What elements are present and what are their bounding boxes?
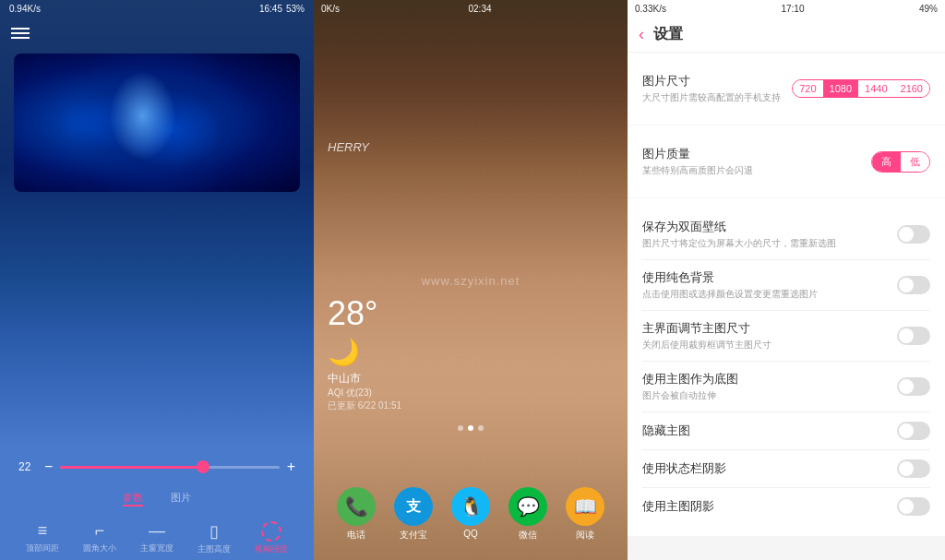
qq-label: QQ — [463, 529, 478, 539]
blur-icon — [261, 521, 281, 542]
wechat-icon: 💬 — [508, 487, 547, 526]
width-icon: — — [149, 521, 165, 541]
width-label: 主窗宽度 — [140, 542, 173, 554]
back-button[interactable]: ‹ — [639, 25, 644, 44]
toggle-settings-group: 保存为双面壁纸 图片尺寸将定位为屏幕大小的尺寸，需重新选图 使用纯色背景 点击使… — [628, 198, 945, 536]
size-1440[interactable]: 1440 — [858, 80, 893, 97]
image-quality-label: 图片质量 — [642, 146, 871, 162]
icon-window-width[interactable]: — 主窗宽度 — [140, 521, 173, 555]
panel1-status-left: 0.94K/s — [9, 4, 41, 14]
slider-track[interactable] — [60, 466, 279, 469]
menu-icon[interactable] — [0, 18, 314, 49]
solid-bg-toggle[interactable] — [897, 276, 930, 294]
hide-main-left: 隐藏主图 — [642, 423, 897, 439]
setting-dual-wallpaper: 保存为双面壁纸 图片尺寸将定位为屏幕大小的尺寸，需重新选图 — [642, 209, 930, 260]
top-margin-label: 顶部间距 — [26, 542, 59, 554]
panel3-signal: 0.33K/s — [635, 4, 666, 14]
setting-adjust-size: 主界面调节主图尺寸 关闭后使用裁剪框调节主图尺寸 — [642, 311, 930, 362]
dual-wallpaper-toggle[interactable] — [897, 225, 930, 244]
page-dot-2 — [468, 425, 473, 431]
main-shadow-left: 使用主图阴影 — [642, 498, 897, 515]
app-alipay[interactable]: 支 支付宝 — [394, 487, 433, 542]
image-quality-row: 图片质量 某些特别高画质图片会闪退 高 低 — [642, 137, 930, 186]
dual-wallpaper-sublabel: 图片尺寸将定位为屏幕大小的尺寸，需重新选图 — [642, 237, 897, 250]
size-1080[interactable]: 1080 — [823, 80, 858, 97]
update-time: 已更新 6/22 01:51 — [328, 399, 401, 412]
phone-icon: 📞 — [337, 487, 376, 526]
city-name: 中山市 — [328, 371, 401, 387]
panel2-homescreen: 0K/s 02:34 www.szyixin.net HERRY 28° 🌙 中… — [314, 0, 628, 560]
panel1-battery: 53% — [286, 4, 305, 14]
panel1-tabs: 参数 图片 — [0, 487, 314, 514]
height-label: 主图高度 — [197, 543, 231, 555]
app-reader[interactable]: 📖 阅读 — [566, 487, 604, 542]
image-size-left: 图片尺寸 大尺寸图片需较高配置的手机支持 — [642, 73, 792, 104]
watermark: www.szyixin.net — [422, 273, 520, 287]
icon-top-margin[interactable]: ≡ 顶部间距 — [26, 521, 59, 555]
dual-wallpaper-label: 保存为双面壁纸 — [642, 219, 897, 235]
solid-bg-label: 使用纯色背景 — [642, 269, 897, 286]
use-as-bg-sublabel: 图片会被自动拉伸 — [642, 389, 897, 402]
herry-text: HERRY — [328, 140, 369, 154]
panel3-battery: 49% — [919, 4, 938, 14]
slider-thumb[interactable] — [197, 460, 209, 473]
setting-image-size: 图片尺寸 大尺寸图片需较高配置的手机支持 720 1080 1440 2160 — [628, 53, 945, 125]
main-shadow-toggle[interactable] — [897, 497, 930, 516]
wallpaper-thumbnail[interactable] — [14, 54, 300, 192]
image-size-label: 图片尺寸 — [642, 73, 792, 89]
phone-label: 电话 — [347, 529, 365, 542]
image-quality-sublabel: 某些特别高画质图片会闪退 — [642, 164, 871, 177]
panel1-wallpaper-editor: 0.94K/s 16:45 53% 22 − + 参数 图片 — [0, 0, 314, 560]
tab-parameters[interactable]: 参数 — [123, 491, 143, 506]
swirl-preview — [14, 54, 300, 192]
slider-plus-button[interactable]: + — [287, 459, 295, 475]
corner-icon: ⌐ — [95, 521, 105, 541]
quality-button-group: 高 低 — [871, 151, 930, 173]
panel1-statusbar: 0.94K/s 16:45 53% — [0, 0, 314, 18]
setting-use-as-bg: 使用主图作为底图 图片会被自动拉伸 — [642, 362, 930, 412]
temperature: 28° — [328, 294, 401, 333]
statusbar-shadow-label: 使用状态栏阴影 — [642, 460, 897, 477]
quality-low[interactable]: 低 — [901, 152, 929, 172]
tab-image[interactable]: 图片 — [171, 491, 191, 506]
settings-content: 图片尺寸 大尺寸图片需较高配置的手机支持 720 1080 1440 2160 … — [628, 53, 945, 560]
app-phone[interactable]: 📞 电话 — [337, 487, 376, 542]
app-wechat[interactable]: 💬 微信 — [508, 487, 547, 542]
hide-main-label: 隐藏主图 — [642, 423, 897, 439]
size-720[interactable]: 720 — [793, 80, 822, 97]
image-size-row: 图片尺寸 大尺寸图片需较高配置的手机支持 720 1080 1440 2160 — [642, 64, 930, 113]
panel1-status-right: 16:45 53% — [259, 4, 305, 14]
adjust-size-label: 主界面调节主图尺寸 — [642, 320, 897, 337]
use-as-bg-toggle[interactable] — [897, 377, 930, 396]
reader-label: 阅读 — [576, 529, 594, 542]
panel2-time: 02:34 — [468, 4, 491, 14]
page-dot-1 — [458, 425, 463, 431]
page-dot-3 — [478, 425, 484, 431]
slider-row: 22 − + — [18, 459, 295, 475]
height-icon: ▯ — [209, 521, 219, 542]
setting-hide-main: 隐藏主图 — [642, 412, 930, 450]
hide-main-toggle[interactable] — [897, 422, 930, 440]
quality-high[interactable]: 高 — [872, 152, 901, 172]
reader-icon: 📖 — [566, 487, 604, 526]
panel3-settings: 0.33K/s 17:10 49% ‹ 设置 图片尺寸 大尺寸图片需较高配置的手… — [628, 0, 945, 560]
size-2160[interactable]: 2160 — [894, 80, 929, 97]
icon-blur-intensity[interactable]: 模糊强度 — [255, 521, 288, 555]
app-qq[interactable]: 🐧 QQ — [451, 487, 490, 542]
blur-label: 模糊强度 — [255, 543, 288, 555]
settings-header: ‹ 设置 — [628, 18, 945, 53]
slider-minus-button[interactable]: − — [44, 459, 53, 475]
use-as-bg-label: 使用主图作为底图 — [642, 371, 897, 387]
icon-corner-radius[interactable]: ⌐ 圆角大小 — [83, 521, 116, 555]
settings-title: 设置 — [653, 25, 683, 44]
alipay-label: 支付宝 — [400, 529, 427, 542]
statusbar-shadow-toggle[interactable] — [897, 459, 930, 478]
slider-fill — [60, 466, 202, 469]
adjust-size-toggle[interactable] — [897, 327, 930, 345]
icon-image-height[interactable]: ▯ 主图高度 — [197, 521, 231, 555]
page-indicators — [458, 425, 484, 431]
image-size-sublabel: 大尺寸图片需较高配置的手机支持 — [642, 91, 792, 104]
aqi-info: AQI 优(23) — [328, 387, 401, 399]
use-as-bg-left: 使用主图作为底图 图片会被自动拉伸 — [642, 371, 897, 402]
alipay-icon: 支 — [394, 487, 433, 526]
